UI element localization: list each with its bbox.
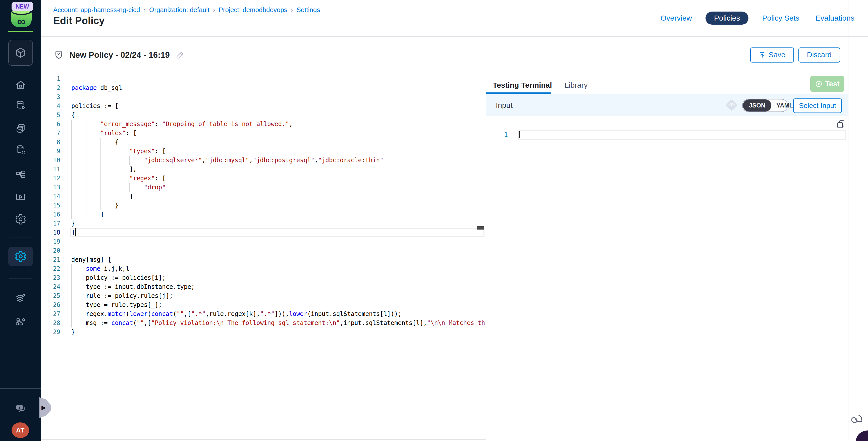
chat-widget-corner[interactable] <box>856 431 868 441</box>
sidebar-item-settings-active[interactable] <box>8 247 33 266</box>
code-diamond-icon[interactable]: </> <box>725 99 738 112</box>
line-number[interactable]: 25 <box>41 291 60 301</box>
discard-button[interactable]: Discard <box>799 48 840 63</box>
code-text[interactable]: } <box>71 219 75 228</box>
code-line[interactable]: 15 } <box>41 201 486 210</box>
code-text[interactable]: "rules": [ <box>71 129 136 138</box>
scrollbar-cursor-mark[interactable] <box>477 226 484 229</box>
code-line[interactable]: 3 <box>41 92 486 101</box>
code-line[interactable]: 14 ] <box>41 192 486 201</box>
code-text[interactable]: ] <box>71 210 104 219</box>
line-number[interactable]: 15 <box>41 201 60 210</box>
tab-policy-sets[interactable]: Policy Sets <box>760 12 802 24</box>
line-number[interactable]: 29 <box>41 327 60 337</box>
code-text[interactable]: policy := policies[i]; <box>71 273 166 282</box>
sidebar-item-home[interactable] <box>0 80 41 91</box>
line-number[interactable]: 21 <box>41 255 60 264</box>
code-text[interactable]: msg := concat("",["Policy violation:\n T… <box>71 318 485 327</box>
code-line[interactable]: 26 type = rule.types[_]; <box>41 301 486 309</box>
line-number[interactable]: 13 <box>41 183 60 192</box>
line-number[interactable]: 17 <box>41 219 60 228</box>
code-text[interactable]: type = rule.types[_]; <box>71 301 162 309</box>
code-line[interactable]: 2package db_sql <box>41 83 486 92</box>
line-number[interactable]: 5 <box>41 111 60 120</box>
code-line[interactable]: 7 "rules": [ <box>41 129 486 138</box>
code-text[interactable]: regex.match(lower(concat("",[".*",rule.r… <box>71 309 402 318</box>
tab-policies[interactable]: Policies <box>706 11 748 25</box>
code-line[interactable]: 16 ] <box>41 210 486 219</box>
code-text[interactable]: { <box>71 138 119 147</box>
sidebar-item-default-settings[interactable] <box>0 293 41 304</box>
code-line[interactable]: 1 <box>41 74 486 83</box>
code-line[interactable]: 29} <box>41 327 486 337</box>
code-line[interactable]: 21deny[msg] { <box>41 255 486 264</box>
line-number[interactable]: 16 <box>41 210 60 219</box>
code-line[interactable]: 25 rule := policy.rules[j]; <box>41 291 486 301</box>
code-text[interactable]: "error_message": "Dropping of table is n… <box>71 120 292 129</box>
sidebar-item-database-settings[interactable] <box>0 100 41 111</box>
select-input-button[interactable]: Select Input <box>793 98 842 113</box>
sidebar-item-help[interactable]: ? <box>0 403 41 414</box>
line-number[interactable]: 10 <box>41 156 60 165</box>
code-text[interactable]: "regex": [ <box>71 174 166 183</box>
line-number[interactable]: 14 <box>41 192 60 201</box>
code-text[interactable]: some i,j,k,l <box>71 264 129 273</box>
code-text[interactable]: policies := [ <box>71 101 119 111</box>
sidebar-item-module-selector[interactable] <box>8 40 33 66</box>
code-line[interactable]: 23 policy := policies[i]; <box>41 273 486 282</box>
line-number[interactable]: 12 <box>41 174 60 183</box>
line-number[interactable]: 26 <box>41 301 60 309</box>
code-line[interactable]: 8 { <box>41 138 486 147</box>
format-json-option[interactable]: JSON <box>743 99 771 112</box>
line-number[interactable]: 9 <box>41 147 60 156</box>
sidebar-item-executions[interactable] <box>0 191 41 202</box>
format-toggle[interactable]: JSON YAML <box>742 99 788 112</box>
code-line[interactable]: 24 type := input.dbInstance.type; <box>41 282 486 291</box>
line-number[interactable]: 28 <box>41 318 60 327</box>
tab-testing-terminal[interactable]: Testing Terminal <box>493 81 552 89</box>
code-text[interactable]: } <box>71 327 75 337</box>
sidebar-item-pipelines[interactable] <box>0 169 41 181</box>
code-line[interactable]: 19 <box>41 237 486 246</box>
code-line[interactable]: 27 regex.match(lower(concat("",[".*",rul… <box>41 309 486 318</box>
line-number[interactable]: 6 <box>41 120 60 129</box>
line-number[interactable]: 22 <box>41 264 60 273</box>
code-text[interactable]: { <box>71 111 75 120</box>
edit-pencil-icon[interactable] <box>175 50 185 60</box>
code-line[interactable]: 4policies := [ <box>41 101 486 111</box>
copy-icon[interactable] <box>836 119 846 129</box>
code-text[interactable]: rule := policy.rules[j]; <box>71 291 173 301</box>
code-text[interactable]: ], <box>71 165 136 174</box>
code-line[interactable]: 12 "regex": [ <box>41 174 486 183</box>
sidebar-item-database-instances[interactable] <box>0 123 41 135</box>
code-line[interactable]: 18] <box>41 228 486 237</box>
code-text[interactable]: ] <box>71 192 133 201</box>
code-line[interactable]: 20 <box>41 246 486 255</box>
code-line[interactable]: 28 msg := concat("",["Policy violation:\… <box>41 318 486 327</box>
code-line[interactable]: 22 some i,j,k,l <box>41 264 486 273</box>
sidebar-item-account-resources[interactable] <box>0 316 41 328</box>
code-line[interactable]: 17} <box>41 219 486 228</box>
code-text[interactable]: deny[msg] { <box>71 255 111 264</box>
sidebar-item-project-settings[interactable] <box>0 214 41 225</box>
breadcrumb-settings[interactable]: Settings <box>297 6 320 14</box>
code-line[interactable]: 9 "types": [ <box>41 147 486 156</box>
save-button[interactable]: Save <box>750 48 794 63</box>
avatar[interactable]: AT <box>11 422 29 438</box>
code-editor[interactable]: 12package db_sql34policies := [5{6 "erro… <box>41 73 486 441</box>
code-line[interactable]: 10 "jdbc:sqlserver","jdbc:mysql","jdbc:p… <box>41 156 486 165</box>
code-line[interactable]: 5{ <box>41 111 486 120</box>
line-number[interactable]: 11 <box>41 165 60 174</box>
code-line[interactable]: 13 "drop" <box>41 183 486 192</box>
code-line[interactable]: 11 ], <box>41 165 486 174</box>
breadcrumb-account[interactable]: Account: app-harness-ng-cicd <box>53 6 140 14</box>
code-text[interactable]: type := input.dbInstance.type; <box>71 282 195 291</box>
line-number[interactable]: 2 <box>41 83 60 92</box>
line-number[interactable]: 27 <box>41 309 60 318</box>
tab-evaluations[interactable]: Evaluations <box>813 12 857 24</box>
code-text[interactable]: "jdbc:sqlserver","jdbc:mysql","jdbc:post… <box>71 156 383 165</box>
code-text[interactable]: "types": [ <box>71 147 166 156</box>
line-number[interactable]: 20 <box>41 246 60 255</box>
line-number[interactable]: 8 <box>41 138 60 147</box>
tab-overview[interactable]: Overview <box>658 12 694 24</box>
